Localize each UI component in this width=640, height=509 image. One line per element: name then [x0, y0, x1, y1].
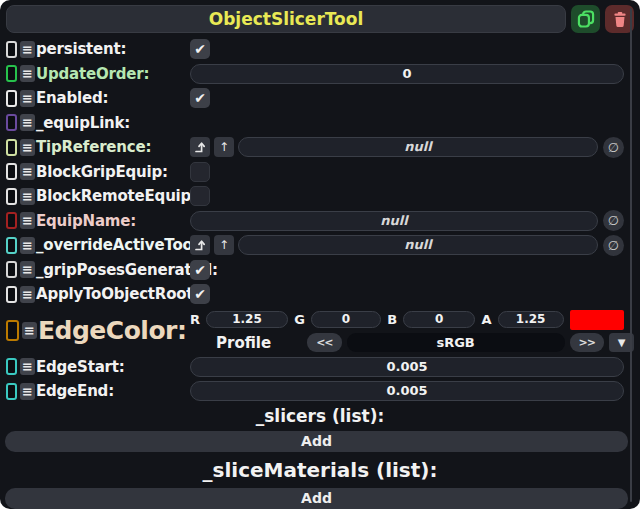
- member-row: ≡_equipLink:: [6, 113, 624, 134]
- inspector-panel: ObjectSlicerTool ≡persistent:✔≡UpdateOrd…: [0, 0, 640, 509]
- member-rows: ≡persistent:✔≡UpdateOrder:0≡Enabled:✔≡_e…: [0, 39, 640, 305]
- member-type-icon: [6, 188, 17, 205]
- profile-value[interactable]: sRGB: [347, 333, 565, 352]
- channel-b: B 0: [387, 311, 475, 328]
- checkbox-checked[interactable]: ✔: [190, 284, 210, 304]
- member-menu-button[interactable]: ≡: [22, 322, 37, 339]
- scrollbar[interactable]: [630, 8, 632, 502]
- member-row: ≡ApplyToObjectRoot:✔: [6, 284, 624, 305]
- member-row: ≡UpdateOrder:0: [6, 64, 624, 85]
- slicers-list-section: _slicers (list): Add: [0, 406, 640, 452]
- member-menu-button[interactable]: ≡: [20, 114, 35, 131]
- member-value-area: 0.005: [190, 357, 624, 377]
- channel-label: G: [294, 312, 305, 327]
- profile-next-button[interactable]: >>: [570, 333, 604, 352]
- checkbox-unchecked[interactable]: [190, 186, 210, 206]
- member-left: ≡EdgeEnd:: [6, 382, 190, 400]
- checkbox-checked[interactable]: ✔: [190, 260, 210, 280]
- member-left: ≡_gripPosesGenerated:: [6, 261, 190, 279]
- value-input[interactable]: 0: [190, 64, 624, 84]
- member-left: ≡UpdateOrder:: [6, 65, 190, 83]
- object-value[interactable]: null: [238, 235, 598, 255]
- member-label: EdgeStart:: [36, 358, 125, 376]
- add-slicer-button[interactable]: Add: [5, 431, 628, 452]
- channel-input[interactable]: 0: [311, 311, 381, 328]
- member-type-icon: [6, 90, 17, 107]
- up-arrow-button[interactable]: ↑: [214, 137, 234, 157]
- hamburger-icon: ≡: [22, 91, 33, 106]
- member-type-icon: [6, 261, 17, 278]
- add-slice-material-button[interactable]: Add: [5, 488, 628, 509]
- trash-icon: [611, 10, 629, 28]
- member-row: ≡BlockGripEquip:: [6, 162, 624, 183]
- hamburger-icon: ≡: [22, 262, 33, 277]
- channel-g: G 0: [294, 311, 381, 328]
- value-input[interactable]: 0.005: [190, 381, 624, 401]
- member-row: ≡_overrideActiveTool:↑null∅: [6, 235, 624, 256]
- member-menu-button[interactable]: ≡: [20, 237, 35, 254]
- member-row: ≡Enabled:✔: [6, 88, 624, 109]
- member-type-icon: [6, 41, 17, 58]
- member-value-area: [190, 162, 624, 182]
- member-menu-button[interactable]: ≡: [20, 286, 35, 303]
- edge-color-editor: R 1.25 G 0 B 0 A 1.25 Profile: [190, 309, 634, 353]
- member-row: ≡EdgeStart:0.005: [6, 357, 624, 378]
- page-title: ObjectSlicerTool: [209, 9, 364, 29]
- member-menu-button[interactable]: ≡: [20, 261, 35, 278]
- checkbox-checked[interactable]: ✔: [190, 39, 210, 59]
- checkbox-unchecked[interactable]: [190, 162, 210, 182]
- member-label: _equipLink:: [36, 114, 130, 132]
- hamburger-icon: ≡: [22, 359, 33, 374]
- component-title-bar[interactable]: ObjectSlicerTool: [6, 5, 566, 33]
- member-left: ≡persistent:: [6, 40, 190, 58]
- member-label: BlockGripEquip:: [36, 163, 168, 181]
- member-menu-button[interactable]: ≡: [20, 90, 35, 107]
- set-null-button[interactable]: ∅: [603, 210, 624, 231]
- set-null-button[interactable]: ∅: [603, 235, 624, 256]
- string-value[interactable]: null: [190, 211, 598, 231]
- member-left: ≡TipReference:: [6, 138, 190, 156]
- member-menu-button[interactable]: ≡: [20, 188, 35, 205]
- member-type-icon: [6, 163, 17, 180]
- member-row: ≡BlockRemoteEquip:: [6, 186, 624, 207]
- member-menu-button[interactable]: ≡: [20, 41, 35, 58]
- channel-input[interactable]: 0: [403, 311, 475, 328]
- value-input[interactable]: 0.005: [190, 357, 624, 377]
- profile-prev-button[interactable]: <<: [307, 333, 341, 352]
- inspect-button[interactable]: [190, 235, 210, 255]
- member-left: ≡EquipName:: [6, 212, 190, 230]
- up-arrow-button[interactable]: ↑: [214, 235, 234, 255]
- member-menu-button[interactable]: ≡: [20, 139, 35, 156]
- set-null-button[interactable]: ∅: [603, 137, 624, 158]
- member-left: ≡ApplyToObjectRoot:: [6, 285, 190, 303]
- hamburger-icon: ≡: [22, 140, 33, 155]
- member-type-icon: [6, 383, 17, 400]
- color-swatch[interactable]: [570, 310, 624, 330]
- list-title: _sliceMaterials (list):: [0, 458, 640, 482]
- member-menu-button[interactable]: ≡: [20, 163, 35, 180]
- member-menu-button[interactable]: ≡: [20, 212, 35, 229]
- hamburger-icon: ≡: [22, 189, 33, 204]
- member-label: _overrideActiveTool:: [36, 236, 203, 254]
- member-type-icon: [6, 237, 17, 254]
- profile-label: Profile: [216, 334, 271, 352]
- hamburger-icon: ≡: [22, 287, 33, 302]
- channel-input[interactable]: 1.25: [498, 311, 564, 328]
- inspect-button[interactable]: [190, 137, 210, 157]
- member-value-area: ✔: [190, 88, 624, 108]
- member-label: Enabled:: [36, 89, 108, 107]
- checkbox-checked[interactable]: ✔: [190, 88, 210, 108]
- object-value[interactable]: null: [238, 137, 598, 157]
- member-menu-button[interactable]: ≡: [20, 383, 35, 400]
- member-label: UpdateOrder:: [36, 65, 149, 83]
- hamburger-icon: ≡: [22, 238, 33, 253]
- member-menu-button[interactable]: ≡: [20, 65, 35, 82]
- member-left: ≡ EdgeColor:: [6, 316, 190, 345]
- copy-button[interactable]: [571, 5, 600, 33]
- member-label: EdgeEnd:: [36, 382, 114, 400]
- member-menu-button[interactable]: ≡: [20, 358, 35, 375]
- rgba-line: R 1.25 G 0 B 0 A 1.25: [190, 309, 624, 331]
- member-row: ≡persistent:✔: [6, 39, 624, 60]
- channel-label: A: [482, 312, 492, 327]
- channel-input[interactable]: 1.25: [206, 311, 288, 328]
